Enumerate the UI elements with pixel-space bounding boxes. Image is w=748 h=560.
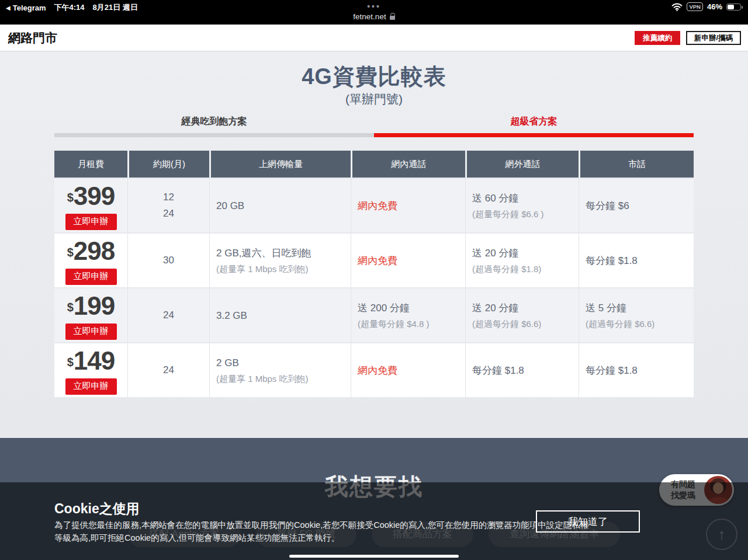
- status-bar: ◀ Telegram 下午4:14 8月21日 週日 ••• fetnet.ne…: [0, 0, 748, 25]
- contract-months: 12 24: [127, 179, 209, 232]
- battery-percent: 46%: [707, 2, 722, 11]
- screen: ◀ Telegram 下午4:14 8月21日 週日 ••• fetnet.ne…: [0, 0, 748, 560]
- apply-now-button[interactable]: 立即申辦: [65, 324, 117, 340]
- data-allowance-note: (超量享 1 Mbps 吃到飽): [216, 374, 351, 384]
- home-indicator[interactable]: [289, 555, 459, 558]
- recommend-renewal-button[interactable]: 推薦續約: [635, 31, 680, 45]
- col-header-contract-months: 約期(月): [127, 151, 209, 178]
- onnet-calls: 送 200 分鐘: [358, 302, 465, 314]
- plan-tabs: 經典吃到飽方案 超級省方案: [54, 116, 694, 139]
- cookie-title: Cookie之使用: [54, 500, 140, 518]
- contract-months: 24: [127, 288, 209, 342]
- offnet-calls-note: (超過每分鐘 $6.6): [472, 319, 579, 329]
- col-header-landline: 市話: [579, 151, 694, 178]
- contract-months: 30: [127, 234, 209, 287]
- col-header-monthly-fee: 月租費: [54, 151, 127, 178]
- site-header: 網路門市 推薦續約 新申辦/攜碼: [0, 25, 748, 51]
- offnet-calls: 送 20 分鐘: [472, 302, 579, 314]
- offnet-calls: 送 20 分鐘: [472, 247, 579, 259]
- data-allowance: 3.2 GB: [216, 309, 351, 322]
- onnet-calls-note: (超量每分鐘 $4.8 ): [358, 319, 465, 329]
- page-subtitle: (單辦門號): [0, 91, 748, 107]
- tab-super-saver[interactable]: 超級省方案: [374, 116, 694, 128]
- landline-calls: 每分鐘 $1.8: [586, 364, 694, 377]
- offnet-calls-note: (超過每分鐘 $1.8): [472, 264, 579, 274]
- col-header-data: 上網傳輸量: [209, 151, 351, 178]
- cookie-text-line1: 為了提供您最佳的服務,本網站會在您的電腦中放置並取用我們的Cookie,若您不願…: [54, 520, 588, 531]
- page-title: 4G資費比較表: [0, 62, 748, 92]
- site-title: 網路門市: [8, 25, 57, 51]
- address-bar[interactable]: fetnet.net: [0, 12, 748, 21]
- col-header-offnet-calls: 網外通話: [465, 151, 579, 178]
- plan-price: $149: [67, 346, 115, 375]
- tab-classic-unlimited[interactable]: 經典吃到飽方案: [54, 116, 374, 128]
- cookie-banner: Cookie之使用 為了提供您最佳的服務,本網站會在您的電腦中放置並取用我們的C…: [0, 482, 748, 560]
- offnet-calls: 送 60 分鐘: [472, 192, 579, 204]
- plan-price: $399: [67, 182, 115, 211]
- data-allowance-note: (超量享 1 Mbps 吃到飽): [216, 264, 351, 274]
- plan-row-149: $149 立即申辦 24 2 GB(超量享 1 Mbps 吃到飽) 網內免費 每…: [54, 342, 694, 397]
- offnet-calls-note: (超量每分鐘 $6.6 ): [472, 209, 579, 220]
- landline-calls: 每分鐘 $1.8: [586, 255, 694, 267]
- cookie-accept-button[interactable]: 我知道了: [536, 510, 640, 533]
- plan-row-298: $298 立即申辦 30 2 GB,週六、日吃到飽(超量享 1 Mbps 吃到飽…: [54, 232, 694, 287]
- browser-tabs-menu-icon[interactable]: •••: [0, 2, 748, 11]
- landline-calls: 每分鐘 $6: [586, 200, 694, 212]
- data-allowance: 2 GB,週六、日吃到飽: [216, 247, 351, 259]
- landline-calls-note: (超過每分鐘 $6.6): [586, 319, 694, 329]
- wifi-icon: [671, 3, 683, 11]
- vpn-badge: VPN: [687, 2, 703, 11]
- apply-now-button[interactable]: 立即申辦: [65, 378, 117, 395]
- table-header-row: 月租費 約期(月) 上網傳輸量 網內通話 網外通話 市話: [54, 151, 694, 178]
- data-allowance: 2 GB: [216, 357, 351, 369]
- cookie-text-line2: 等級為高,即可拒絕Cookie的寫入,但可能會導致網站某些功能無法正常執行。: [54, 533, 340, 544]
- data-allowance: 20 GB: [216, 200, 351, 212]
- col-header-onnet-calls: 網內通話: [351, 151, 465, 178]
- pricing-table: 月租費 約期(月) 上網傳輸量 網內通話 網外通話 市話 $399 立即申辦 1…: [54, 151, 694, 397]
- tab-underline-inactive: [54, 133, 374, 137]
- plan-price: $199: [67, 291, 115, 321]
- onnet-calls: 網內免費: [358, 200, 465, 212]
- apply-now-button[interactable]: 立即申辦: [65, 269, 117, 285]
- onnet-calls: 網內免費: [358, 255, 465, 267]
- tab-underline-active: [374, 133, 694, 137]
- landline-calls: 送 5 分鐘: [586, 302, 694, 314]
- offnet-calls: 每分鐘 $1.8: [472, 364, 579, 377]
- contract-months: 24: [127, 343, 209, 397]
- lock-icon: [390, 16, 395, 20]
- new-apply-port-button[interactable]: 新申辦/攜碼: [686, 31, 741, 45]
- battery-icon: [726, 4, 741, 11]
- url-text: fetnet.net: [353, 12, 386, 21]
- plan-row-199: $199 立即申辦 24 3.2 GB 送 200 分鐘(超量每分鐘 $4.8 …: [54, 287, 694, 342]
- plan-price: $298: [67, 236, 115, 266]
- onnet-calls: 網內免費: [358, 364, 465, 377]
- plan-row-399: $399 立即申辦 12 24 20 GB 網內免費 送 60 分鐘(超量每分鐘…: [54, 178, 694, 232]
- apply-now-button[interactable]: 立即申辦: [65, 214, 117, 230]
